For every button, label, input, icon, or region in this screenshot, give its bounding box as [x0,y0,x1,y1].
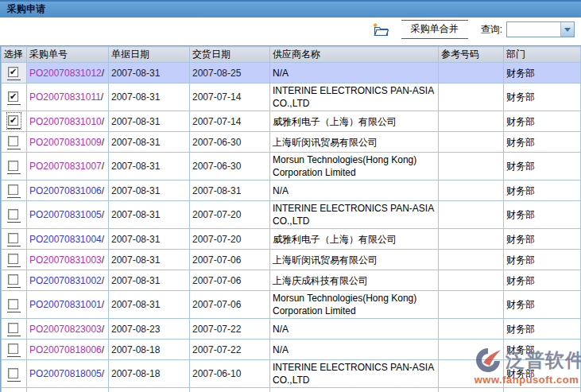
reference-cell [439,201,504,229]
checkbox-wrap [7,320,21,336]
row-checkbox[interactable]: ✔ [8,67,18,77]
select-cell [2,250,27,270]
po-link[interactable]: PO20070831010 [29,116,102,127]
checkbox-wrap [7,297,21,312]
po-suffix: / [101,91,103,103]
po-link[interactable]: PO20070831004 [29,234,102,245]
department-cell: 财务部 [504,63,581,83]
po-number-cell: PO20070831012/ [27,63,109,83]
po-link[interactable]: PO20070818006 [29,344,102,355]
chevron-down-icon[interactable] [560,22,574,37]
open-folder-icon[interactable] [373,23,389,37]
select-cell [2,291,27,319]
po-number-cell: PO20070831006/ [27,180,109,201]
select-cell [2,319,27,340]
doc-date-cell: 2007-08-31 [109,180,190,201]
supplier-cell: 上海昕闵讯贸易有限公司 [270,250,439,270]
department-cell: 财务部 [504,229,581,250]
po-number-cell: PO20070823003/ [27,319,109,340]
row-checkbox[interactable] [8,274,18,285]
reference-cell [439,180,504,201]
column-header: 参考号码 [439,47,504,63]
supplier-cell: 威雅利电子（上海）有限公司 [270,111,439,132]
row-checkbox[interactable] [8,323,18,333]
table-row: ✔PO20070831012/2007-08-312007-08-25N/A财务… [2,63,581,83]
column-header: 部门 [504,47,581,63]
po-number-cell: PO20070831005/ [27,201,109,229]
po-suffix: / [102,344,104,355]
delivery-date-cell: 2007-06-10 [190,388,270,392]
delivery-date-cell: 2007-07-20 [190,201,270,229]
table-header-row: 选择采购单号单据日期交货日期供应商名称参考号码部门 [2,47,581,63]
row-checkbox[interactable] [8,184,18,195]
reference-cell [439,111,504,132]
row-checkbox[interactable] [8,136,18,146]
column-header: 供应商名称 [270,47,439,63]
po-link[interactable]: PO20070831007 [29,161,102,172]
po-link[interactable]: PO20070831009 [29,137,102,148]
row-checkbox[interactable] [8,254,18,264]
table-row: PO20070831001/2007-08-312007-07-06Morsun… [2,291,581,319]
doc-date-cell: 2007-08-31 [109,153,190,180]
po-link[interactable]: PO20070818005 [29,368,102,379]
table-row: PO20070818004/2007-08-182007-06-10威雅利电子（… [2,388,581,392]
supplier-cell: N/A [270,63,439,83]
table-row: PO20070831006/2007-08-312007-08-31N/A财务部 [2,180,581,201]
po-suffix: / [102,209,104,220]
query-dropdown[interactable] [506,21,575,37]
po-link[interactable]: PO20070831003 [29,254,102,266]
row-checkbox[interactable] [8,343,18,354]
row-checkbox[interactable] [8,161,18,171]
po-link[interactable]: PO20070831001 [29,299,102,310]
select-cell [2,340,27,360]
po-number-cell: PO20070818005/ [27,360,109,388]
department-cell: 财务部 [504,153,581,180]
department-cell: 财务部 [504,319,581,340]
table-row: ✔PO20070831011/2007-08-312007-07-14INTER… [2,83,581,111]
supplier-cell: 威雅利电子（上海）有限公司 [270,229,439,250]
po-link[interactable]: PO20070831005 [29,209,102,220]
select-cell [2,180,27,201]
toolbar: 采购单合并 查询: [0,17,581,41]
po-link[interactable]: PO20070831006 [29,185,102,196]
po-link[interactable]: PO20070831002 [29,275,102,286]
supplier-cell: N/A [270,319,439,340]
column-header: 交货日期 [190,47,270,63]
delivery-date-cell: 2007-07-06 [190,250,270,270]
doc-date-cell: 2007-08-31 [109,250,190,270]
row-checkbox[interactable]: ✔ [8,115,18,126]
row-checkbox[interactable] [8,209,18,219]
doc-date-cell: 2007-08-23 [109,319,190,340]
row-checkbox[interactable] [8,233,18,243]
checkbox-wrap: ✔ [7,89,21,105]
row-checkbox[interactable] [8,368,18,378]
table-row: PO20070831003/2007-08-312007-07-06上海昕闵讯贸… [2,250,581,270]
supplier-cell: N/A [270,180,439,201]
po-number-cell: PO20070818006/ [27,340,109,360]
checkbox-wrap [7,231,21,246]
delivery-date-cell: 2007-08-31 [190,180,270,201]
checkbox-wrap [7,207,21,223]
checkbox-wrap: ✔ [7,64,21,80]
merge-po-button[interactable]: 采购单合并 [401,20,468,39]
checkbox-wrap [7,251,21,267]
po-link[interactable]: PO20070831012 [29,68,102,79]
po-number-cell: PO20070831009/ [27,132,109,153]
checkbox-wrap: ✔ [7,113,21,129]
po-link[interactable]: PO20070831011 [29,91,101,103]
reference-cell [439,360,504,388]
supplier-cell: 威雅利电子（上海）有限公司 [270,388,439,392]
row-checkbox[interactable] [8,299,18,309]
reference-cell [439,340,504,360]
department-cell: 财务部 [504,180,581,201]
table-row: PO20070831002/2007-08-312007-07-06上海庆成科技… [2,270,581,291]
doc-date-cell: 2007-08-31 [109,83,190,111]
po-link[interactable]: PO20070823003 [29,324,102,335]
column-header: 采购单号 [27,47,109,63]
row-checkbox[interactable]: ✔ [8,91,18,102]
po-suffix: / [102,368,104,379]
doc-date-cell: 2007-08-31 [109,291,190,319]
select-cell [2,153,27,180]
delivery-date-cell: 2007-06-30 [190,132,270,153]
select-cell [2,360,27,388]
